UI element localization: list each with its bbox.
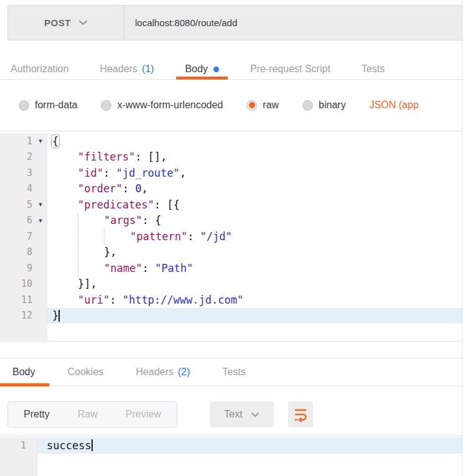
code-line[interactable]: 12} (0, 308, 463, 324)
view-raw-button[interactable]: Raw (78, 409, 98, 420)
response-tab-tests[interactable]: Tests (222, 358, 245, 386)
line-number-gutter: 10 (0, 276, 47, 292)
code-line[interactable]: 1success (0, 437, 463, 454)
response-tab-cookies[interactable]: Cookies (67, 358, 103, 386)
unsaved-dot-icon (213, 67, 219, 72)
radio-raw[interactable]: raw (246, 100, 279, 111)
tab-body[interactable]: Body (185, 59, 218, 79)
code-line[interactable]: 2"filters": [], (0, 149, 463, 166)
line-number: 2 (0, 151, 34, 162)
radio-label: x-www-form-urlencoded (117, 100, 223, 111)
code-token: "jd_route" (116, 167, 179, 179)
code-line[interactable]: 4"order": 0, (0, 181, 463, 197)
radio-icon[interactable] (19, 100, 29, 111)
line-number-gutter: 5▾ (0, 197, 47, 213)
body-type-row: form-data x-www-form-urlencoded raw bina… (0, 93, 463, 118)
line-number: 10 (0, 278, 34, 289)
code-line[interactable]: 7"pattern": "/jd" (0, 228, 463, 245)
code-line[interactable]: 10}], (0, 276, 463, 292)
code-token: "http://www.jd.com" (123, 294, 243, 306)
code-token: }], (78, 278, 97, 290)
radio-form-data[interactable]: form-data (19, 100, 77, 111)
code-token: : (187, 230, 200, 243)
tab-label: Headers (100, 63, 137, 75)
method-select[interactable]: POST (8, 6, 124, 40)
radio-icon[interactable] (101, 100, 111, 111)
line-number: 1 (0, 440, 37, 451)
radio-binary[interactable]: binary (302, 100, 346, 111)
code-token: , (141, 182, 147, 195)
code-line-content[interactable]: { (47, 133, 463, 149)
code-line[interactable]: 8}, (0, 245, 463, 261)
url-text: localhost:8080/route/add (135, 17, 237, 28)
tab-count: (2) (178, 366, 190, 378)
code-token: "uri" (78, 294, 110, 306)
view-preview-button[interactable]: Preview (126, 409, 161, 420)
fold-arrow-icon[interactable]: ▾ (34, 200, 47, 208)
code-token: "predicates" (78, 198, 154, 211)
line-number-gutter: 1▾ (0, 133, 47, 149)
code-line[interactable]: 1▾{ (0, 133, 463, 149)
content-type-select[interactable]: JSON (app (370, 100, 419, 111)
editor-empty-area[interactable] (47, 324, 463, 340)
editor-filler (0, 324, 463, 340)
code-line-content[interactable]: }, (47, 245, 463, 261)
tab-label: Cookies (67, 366, 103, 378)
code-token: success (47, 439, 91, 452)
response-tab-headers[interactable]: Headers (2) (136, 358, 190, 386)
code-line[interactable]: 11"uri": "http://www.jd.com" (0, 292, 463, 308)
tab-pre-request-script[interactable]: Pre-request Script (250, 59, 330, 79)
code-line-content[interactable]: success (37, 437, 463, 454)
radio-x-www-form-urlencoded[interactable]: x-www-form-urlencoded (101, 100, 223, 111)
response-tab-body[interactable]: Body (12, 358, 35, 386)
code-line[interactable]: 5▾"predicates": [{ (0, 197, 463, 213)
code-line-content[interactable]: "args": { (47, 213, 463, 229)
indent (52, 181, 78, 197)
code-line-content[interactable]: "predicates": [{ (47, 197, 463, 213)
radio-selected-icon[interactable] (246, 100, 257, 111)
fold-arrow-icon[interactable]: ▾ (34, 217, 47, 225)
indent (52, 213, 78, 229)
code-line-content[interactable]: "order": 0, (47, 181, 463, 197)
code-line-content[interactable]: }], (47, 276, 463, 292)
response-format-select[interactable]: Text (210, 401, 274, 427)
code-line[interactable]: 9"name": "Path" (0, 260, 463, 276)
tab-headers[interactable]: Headers (1) (100, 59, 154, 79)
indent-guide (78, 213, 104, 229)
tab-label: Pre-request Script (250, 63, 330, 75)
code-token: 0 (135, 182, 141, 195)
wrap-text-button[interactable] (288, 401, 313, 427)
tab-tests[interactable]: Tests (362, 59, 385, 79)
code-line-content[interactable]: "pattern": "/jd" (47, 228, 463, 245)
code-line-content[interactable]: } (47, 308, 463, 324)
code-token: [], (148, 151, 167, 163)
response-body-editor[interactable]: 1success (0, 436, 463, 476)
line-number: 9 (0, 263, 34, 274)
code-line[interactable]: 6▾"args": { (0, 213, 463, 229)
code-token: : (142, 214, 154, 226)
line-number: 4 (0, 183, 34, 194)
view-pretty-button[interactable]: Pretty (24, 409, 50, 420)
code-token: "name" (104, 262, 142, 274)
url-input[interactable]: localhost:8080/route/add (124, 6, 463, 40)
code-token: { (51, 134, 60, 148)
format-label: Text (224, 409, 242, 420)
code-token: }, (104, 246, 116, 258)
code-line[interactable]: 3"id": "jd_route", (0, 165, 463, 181)
tab-authorization[interactable]: Authorization (11, 59, 68, 79)
line-number-gutter: 4 (0, 181, 47, 197)
request-body-editor[interactable]: 1▾{2"filters": [],3"id": "jd_route",4"or… (0, 131, 463, 342)
code-line-content[interactable]: "filters": [], (47, 149, 463, 166)
method-label: POST (44, 17, 71, 28)
line-number-gutter: 3 (0, 165, 47, 181)
fold-arrow-icon[interactable]: ▾ (34, 137, 47, 145)
code-token: "filters" (78, 151, 135, 163)
code-token: "args" (104, 214, 142, 226)
response-tabs: Body Cookies Headers (2) Tests (0, 358, 463, 386)
editor-empty-area[interactable] (37, 454, 463, 476)
code-line-content[interactable]: "id": "jd_route", (47, 165, 463, 181)
code-token: [{ (167, 198, 179, 211)
radio-icon[interactable] (302, 100, 313, 111)
code-line-content[interactable]: "uri": "http://www.jd.com" (47, 292, 463, 308)
code-line-content[interactable]: "name": "Path" (47, 260, 463, 276)
